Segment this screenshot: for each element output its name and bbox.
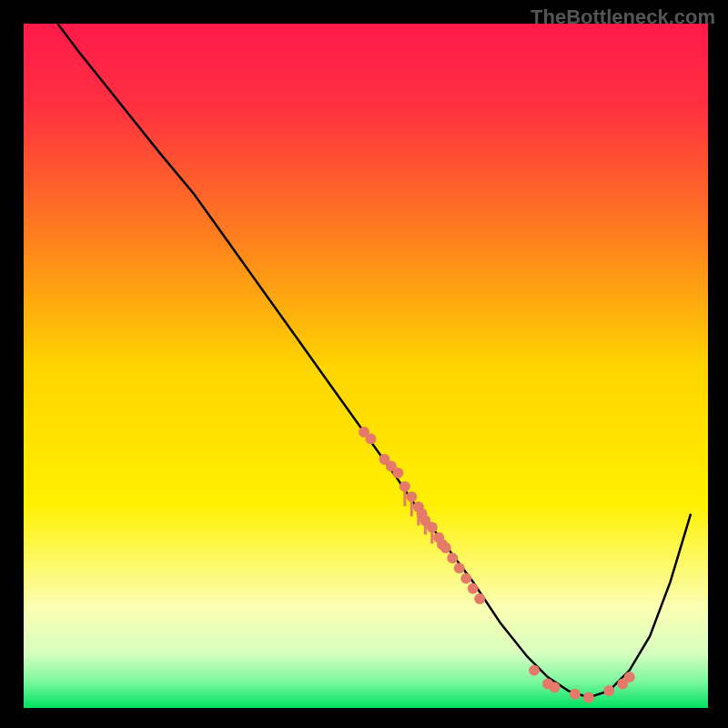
scatter-points-group [359,427,635,703]
scatter-point [549,682,560,693]
chart-svg-layer [24,24,704,704]
scatter-point [583,693,594,703]
scatter-point [460,573,471,584]
scatter-point [474,593,485,604]
scatter-point [366,433,377,444]
scatter-point [440,542,451,553]
scatter-point [427,522,438,533]
scatter-point [603,685,614,696]
scatter-point [570,689,581,700]
scatter-point [392,468,403,479]
scatter-point [529,665,540,676]
scatter-point [447,552,458,563]
scatter-point [399,481,410,492]
scatter-point [624,672,635,682]
scatter-point [454,562,465,573]
curve-line [57,24,691,698]
watermark-text: TheBottleneck.com [531,5,715,29]
scatter-point [468,583,479,594]
chart-plot-area [22,22,706,706]
scatter-point [406,491,417,502]
